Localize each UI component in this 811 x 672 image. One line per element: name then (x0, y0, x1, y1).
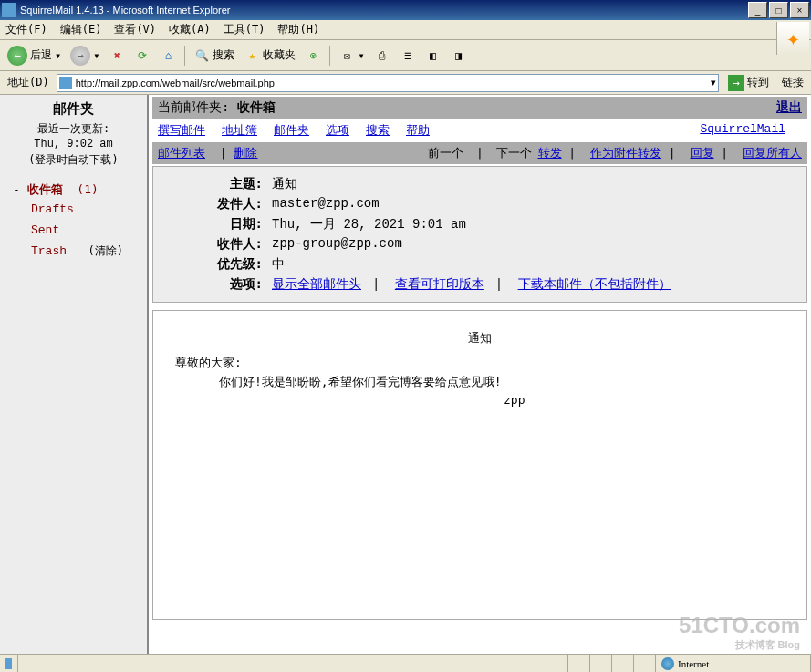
menu-favorites[interactable]: 收藏(A) (169, 22, 211, 37)
msg-delete-link[interactable]: 删除 (234, 146, 257, 160)
body-greeting: 尊敬的大家: (175, 354, 785, 373)
home-icon: ⌂ (160, 47, 176, 64)
chevron-down-icon: ▾ (55, 49, 61, 62)
menubar: 文件(F) 编辑(E) 查看(V) 收藏(A) 工具(T) 帮助(H) (0, 20, 811, 40)
print-version-link[interactable]: 查看可打印版本 (395, 277, 484, 292)
message-header-box: 主题:通知 发件人:master@zpp.com 日期:Thu, 一月 28, … (152, 166, 807, 303)
auto-download-note: (登录时自动下载) (4, 152, 143, 168)
nav-options[interactable]: 选项 (326, 122, 349, 139)
download-msg-link[interactable]: 下载本邮件（不包括附件） (518, 277, 671, 292)
menu-view[interactable]: 查看(V) (114, 22, 156, 37)
chevron-down-icon[interactable]: ▾ (711, 77, 716, 88)
reply-link[interactable]: 回复 (691, 146, 714, 160)
app-icon (2, 3, 16, 17)
nav-folders[interactable]: 邮件夹 (274, 122, 309, 139)
priority-label: 优先级: (153, 256, 272, 273)
current-folder-name: 收件箱 (237, 99, 276, 116)
go-button[interactable]: → 转到 (723, 74, 775, 92)
nav-addresses[interactable]: 地址簿 (222, 122, 257, 139)
refresh-button[interactable]: ⟳ (130, 45, 154, 67)
forward-link[interactable]: 转发 (538, 146, 562, 160)
ie-logo-icon: ✦ (776, 22, 809, 55)
nav-brand[interactable]: SquirrelMail (700, 122, 785, 139)
subject-value: 通知 (272, 176, 806, 192)
history-button[interactable]: ⊗ (301, 45, 325, 67)
from-label: 发件人: (153, 196, 272, 212)
menu-edit[interactable]: 编辑(E) (60, 22, 102, 37)
research-button[interactable]: ◨ (447, 45, 471, 67)
content-area: 邮件夹 最近一次更新: Thu, 9:02 am (登录时自动下载) - 收件箱… (0, 95, 811, 654)
message-body: 通知 尊敬的大家: 你们好!我是邹盼盼,希望你们看完博客要给点意见哦! zpp (152, 310, 807, 620)
folder-list: - 收件箱 (1) Drafts Sent Trash (清除) (4, 180, 143, 261)
menu-help[interactable]: 帮助(H) (277, 22, 319, 37)
forward-icon: → (70, 46, 90, 66)
menu-file[interactable]: 文件(F) (5, 22, 47, 37)
toolbar: ← 后退 ▾ →▾ ✖ ⟳ ⌂ 🔍搜索 ★收藏夹 ⊗ ✉▾ ⎙ ≣ ◧ ◨ (0, 40, 811, 71)
folder-drafts[interactable]: Drafts (13, 200, 143, 220)
status-slot (612, 655, 634, 672)
folder-inbox[interactable]: - 收件箱 (1) (13, 180, 143, 200)
mail-button[interactable]: ✉▾ (335, 45, 368, 67)
print-button[interactable]: ⎙ (370, 45, 394, 67)
forward-attach-link[interactable]: 作为附件转发 (590, 146, 661, 160)
stop-icon: ✖ (109, 47, 125, 64)
reply-all-link[interactable]: 回复所有人 (743, 146, 802, 160)
maximize-button[interactable]: □ (769, 2, 788, 18)
edit-button[interactable]: ≣ (396, 45, 420, 67)
refresh-icon: ⟳ (134, 47, 151, 64)
current-folder-label: 当前邮件夹: (158, 99, 229, 116)
message-actions-bar: 邮件列表 | 删除 前一个 | 下一个 转发 | 作为附件转发 | 回复 | 回… (152, 142, 807, 164)
folder-trash[interactable]: Trash (清除) (13, 241, 143, 262)
folder-header: 当前邮件夹: 收件箱 退出 (152, 97, 807, 119)
research-icon: ◨ (451, 47, 467, 64)
star-icon: ★ (244, 47, 260, 64)
msg-list-link[interactable]: 邮件列表 (158, 146, 205, 160)
print-icon: ⎙ (374, 47, 390, 64)
minimize-button[interactable]: _ (748, 2, 767, 18)
status-text (18, 655, 568, 672)
discuss-button[interactable]: ◧ (421, 45, 445, 67)
url-input[interactable]: http://mail.zpp.com/webmail/src/webmail.… (57, 74, 719, 92)
go-arrow-icon: → (728, 75, 744, 91)
status-slot (590, 655, 612, 672)
globe-icon (661, 657, 674, 670)
search-button[interactable]: 🔍搜索 (190, 45, 238, 67)
logout-link[interactable]: 退出 (776, 99, 802, 116)
close-button[interactable]: × (790, 2, 809, 18)
options-label: 选项: (153, 276, 272, 293)
forward-button[interactable]: →▾ (67, 45, 103, 67)
address-bar: 地址(D) http://mail.zpp.com/webmail/src/we… (0, 71, 811, 95)
top-nav: 撰写邮件 地址簿 邮件夹 选项 搜索 帮助 SquirrelMail (152, 119, 807, 142)
show-headers-link[interactable]: 显示全部邮件头 (272, 277, 361, 292)
clear-trash-link[interactable]: (清除) (88, 244, 123, 257)
date-value: Thu, 一月 28, 2021 9:01 am (272, 216, 806, 233)
status-zone: Internet (656, 655, 811, 672)
next-msg: 下一个 (496, 146, 532, 160)
links-label[interactable]: 链接 (778, 75, 807, 90)
edit-icon: ≣ (400, 47, 416, 64)
search-icon: 🔍 (193, 47, 210, 64)
body-line: 你们好!我是邹盼盼,希望你们看完博客要给点意见哦! (175, 373, 785, 392)
main-panel: 当前邮件夹: 收件箱 退出 撰写邮件 地址簿 邮件夹 选项 搜索 帮助 Squi… (149, 95, 811, 654)
body-title: 通知 (175, 329, 785, 348)
to-label: 收件人: (153, 236, 272, 253)
favorites-button[interactable]: ★收藏夹 (240, 45, 299, 67)
back-button[interactable]: ← 后退 ▾ (4, 45, 65, 67)
chevron-down-icon: ▾ (93, 49, 99, 62)
nav-help[interactable]: 帮助 (406, 122, 430, 139)
address-label: 地址(D) (4, 75, 53, 90)
folders-sidebar: 邮件夹 最近一次更新: Thu, 9:02 am (登录时自动下载) - 收件箱… (0, 95, 149, 654)
status-slot (568, 655, 590, 672)
discuss-icon: ◧ (425, 47, 442, 64)
nav-compose[interactable]: 撰写邮件 (158, 122, 205, 139)
status-slot (634, 655, 656, 672)
stop-button[interactable]: ✖ (105, 45, 129, 67)
status-bar: Internet (0, 654, 811, 672)
priority-value: 中 (272, 256, 806, 273)
nav-search[interactable]: 搜索 (366, 122, 390, 139)
folder-sent[interactable]: Sent (13, 221, 143, 241)
menu-tools[interactable]: 工具(T) (224, 22, 265, 37)
sidebar-title: 邮件夹 (4, 100, 143, 118)
last-updated-time: Thu, 9:02 am (4, 137, 143, 152)
home-button[interactable]: ⌂ (156, 45, 180, 67)
